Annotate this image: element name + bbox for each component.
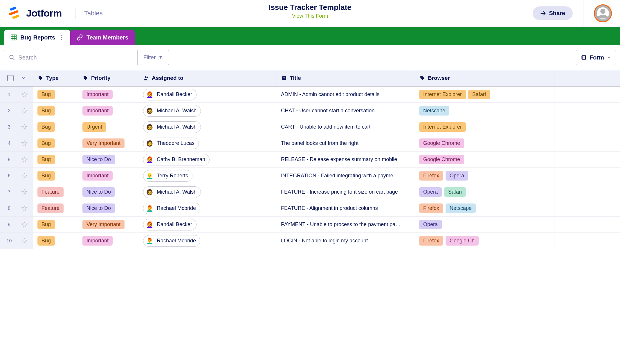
priority-cell[interactable]: Important — [78, 87, 139, 102]
title-cell[interactable]: FEATURE - Increase pricing font size on … — [277, 184, 415, 200]
browser-cell[interactable]: Google Chrome — [415, 135, 554, 151]
title-cell[interactable]: PAYMENT - Unable to process to the payme… — [277, 217, 415, 233]
assignee-cell[interactable]: 🧔Michael A. Walsh — [139, 103, 277, 119]
table-header-row: Type Priority Assigned to Title Browser — [0, 70, 620, 87]
header-priority[interactable]: Priority — [78, 70, 139, 86]
type-cell[interactable]: Bug — [33, 87, 78, 102]
type-cell[interactable]: Bug — [33, 168, 78, 184]
select-all-checkbox[interactable] — [7, 75, 14, 81]
tab-bug-reports[interactable]: Bug Reports — [4, 30, 70, 45]
header-browser[interactable]: Browser — [415, 70, 554, 86]
priority-cell[interactable]: Urgent — [78, 119, 139, 135]
browser-cell[interactable]: FirefoxNetscape — [415, 200, 554, 216]
title-text: INTEGRATION - Failed integrating with a … — [281, 173, 399, 179]
star-icon[interactable] — [21, 189, 28, 195]
table-row[interactable]: 7FeatureNice to Do🧔Michael A. WalshFEATU… — [0, 184, 620, 200]
tag-icon — [420, 75, 425, 81]
table-row[interactable]: 2BugImportant🧔Michael A. WalshCHAT - Use… — [0, 103, 620, 119]
type-cell[interactable]: Bug — [33, 152, 78, 167]
star-icon[interactable] — [21, 91, 28, 98]
priority-cell[interactable]: Important — [78, 103, 139, 119]
type-cell[interactable]: Bug — [33, 103, 78, 119]
star-icon[interactable] — [21, 173, 28, 179]
title-cell[interactable]: LOGIN - Not able to login my account — [277, 233, 415, 249]
type-cell[interactable]: Bug — [33, 233, 78, 249]
header-index-cell — [0, 70, 33, 86]
assignee-cell[interactable]: 🧔Theodore Lucas — [139, 135, 277, 151]
browser-cell[interactable]: Google Chrome — [415, 152, 554, 167]
header-right: Share — [533, 0, 612, 27]
assignee-cell[interactable]: 🧔Michael A. Walsh — [139, 119, 277, 135]
assignee-cell[interactable]: 🧔Michael A. Walsh — [139, 184, 277, 200]
title-cell[interactable]: INTEGRATION - Failed integrating with a … — [277, 168, 415, 184]
product-label[interactable]: Tables — [84, 10, 103, 17]
title-cell[interactable]: FEATURE - Alignment in product columns — [277, 200, 415, 216]
star-icon[interactable] — [21, 156, 28, 163]
table-row[interactable]: 10BugImportant👨‍🦰Rachael McbrideLOGIN - … — [0, 233, 620, 249]
header-type[interactable]: Type — [33, 70, 78, 86]
title-cell[interactable]: CHAT - User cannot start a conversation — [277, 103, 415, 119]
svg-point-19 — [84, 77, 85, 77]
tab-team-members[interactable]: Team Members — [70, 30, 135, 45]
view-form-link[interactable]: View This Form — [268, 13, 352, 19]
svg-point-18 — [39, 77, 40, 77]
browser-pill: Safari — [444, 187, 466, 197]
assignee-cell[interactable]: 👨‍🦰Rachael Mcbride — [139, 200, 277, 216]
priority-cell[interactable]: Nice to Do — [78, 184, 139, 200]
priority-cell[interactable]: Important — [78, 233, 139, 249]
star-icon[interactable] — [21, 108, 28, 114]
assignee-cell[interactable]: 👨‍🦰Rachael Mcbride — [139, 233, 277, 249]
browser-cell[interactable]: OperaSafari — [415, 184, 554, 200]
browser-cell[interactable]: FirefoxGoogle Ch — [415, 233, 554, 249]
form-view-button[interactable]: Form — [576, 50, 616, 65]
browser-cell[interactable]: Opera — [415, 217, 554, 233]
title-cell[interactable]: ADMIN - Admin cannot edit product detail… — [277, 87, 415, 102]
star-icon[interactable] — [21, 140, 28, 147]
priority-cell[interactable]: Very Important — [78, 217, 139, 233]
table-row[interactable]: 3BugUrgent🧔Michael A. WalshCART - Unable… — [0, 119, 620, 135]
svg-rect-4 — [11, 35, 16, 40]
filter-button[interactable]: Filter — [138, 50, 169, 65]
priority-cell[interactable]: Nice to Do — [78, 152, 139, 167]
type-cell[interactable]: Bug — [33, 135, 78, 151]
type-cell[interactable]: Feature — [33, 200, 78, 216]
title-cell[interactable]: The panel looks cut from the right — [277, 135, 415, 151]
user-avatar[interactable] — [594, 4, 612, 22]
type-cell[interactable]: Bug — [33, 217, 78, 233]
table-row[interactable]: 8FeatureNice to Do👨‍🦰Rachael McbrideFEAT… — [0, 200, 620, 217]
assignee-cell[interactable]: 👱‍♂️Terry Roberts — [139, 168, 277, 184]
browser-cell[interactable]: Internet Explorer — [415, 119, 554, 135]
star-icon[interactable] — [21, 221, 28, 228]
priority-cell[interactable]: Important — [78, 168, 139, 184]
assignee-cell[interactable]: 👩‍🦰Randall Becker — [139, 217, 277, 233]
header-assigned-to[interactable]: Assigned to — [139, 70, 277, 86]
row-number: 7 — [6, 190, 13, 195]
browser-cell[interactable]: Netscape — [415, 103, 554, 119]
type-cell[interactable]: Feature — [33, 184, 78, 200]
type-cell[interactable]: Bug — [33, 119, 78, 135]
type-pill: Bug — [37, 155, 55, 164]
tab-menu-icon[interactable] — [59, 35, 64, 40]
type-pill: Bug — [37, 90, 55, 99]
header-title[interactable]: Title — [277, 70, 415, 86]
browser-cell[interactable]: Internet ExplorerSafari — [415, 87, 554, 102]
priority-cell[interactable]: Very Important — [78, 135, 139, 151]
star-icon[interactable] — [21, 238, 28, 244]
chevron-down-icon[interactable] — [21, 75, 26, 81]
table-row[interactable]: 6BugImportant👱‍♂️Terry RobertsINTEGRATIO… — [0, 168, 620, 184]
title-cell[interactable]: RELEASE - Release expense summary on mob… — [277, 152, 415, 167]
table-row[interactable]: 5BugNice to Do👩‍🦰Cathy B. BrennemanRELEA… — [0, 152, 620, 168]
table-row[interactable]: 1BugImportant👩‍🦰Randall BeckerADMIN - Ad… — [0, 87, 620, 103]
table-row[interactable]: 4BugVery Important🧔Theodore LucasThe pan… — [0, 135, 620, 152]
browser-cell[interactable]: FirefoxOpera — [415, 168, 554, 184]
type-pill: Bug — [37, 171, 55, 181]
priority-cell[interactable]: Nice to Do — [78, 200, 139, 216]
search-input[interactable] — [18, 54, 133, 61]
assignee-cell[interactable]: 👩‍🦰Cathy B. Brenneman — [139, 152, 277, 167]
star-icon[interactable] — [21, 205, 28, 212]
share-button[interactable]: Share — [533, 6, 573, 20]
assignee-cell[interactable]: 👩‍🦰Randall Becker — [139, 87, 277, 102]
title-cell[interactable]: CART - Unable to add new item to cart — [277, 119, 415, 135]
table-row[interactable]: 9BugVery Important👩‍🦰Randall BeckerPAYME… — [0, 217, 620, 233]
star-icon[interactable] — [21, 124, 28, 130]
